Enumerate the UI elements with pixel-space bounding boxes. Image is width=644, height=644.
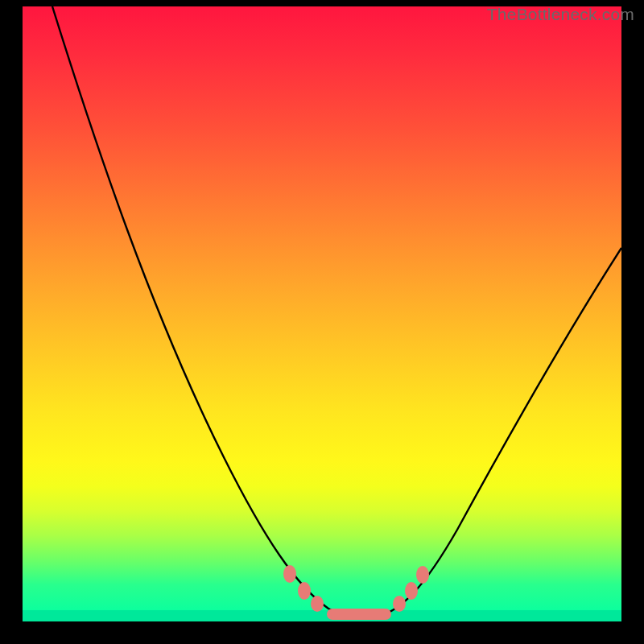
- marker-bar: [327, 609, 391, 620]
- chart-svg: [23, 6, 621, 621]
- marker-group: [283, 565, 429, 620]
- chart-plot-area: [23, 6, 621, 621]
- marker-dot: [298, 582, 311, 600]
- marker-dot: [283, 565, 296, 583]
- marker-dot: [311, 596, 324, 612]
- marker-dot: [416, 566, 429, 584]
- bottleneck-curve-path: [52, 6, 621, 617]
- watermark-text: TheBottleneck.com: [487, 5, 634, 24]
- marker-dot: [393, 596, 406, 612]
- marker-dot: [405, 582, 418, 600]
